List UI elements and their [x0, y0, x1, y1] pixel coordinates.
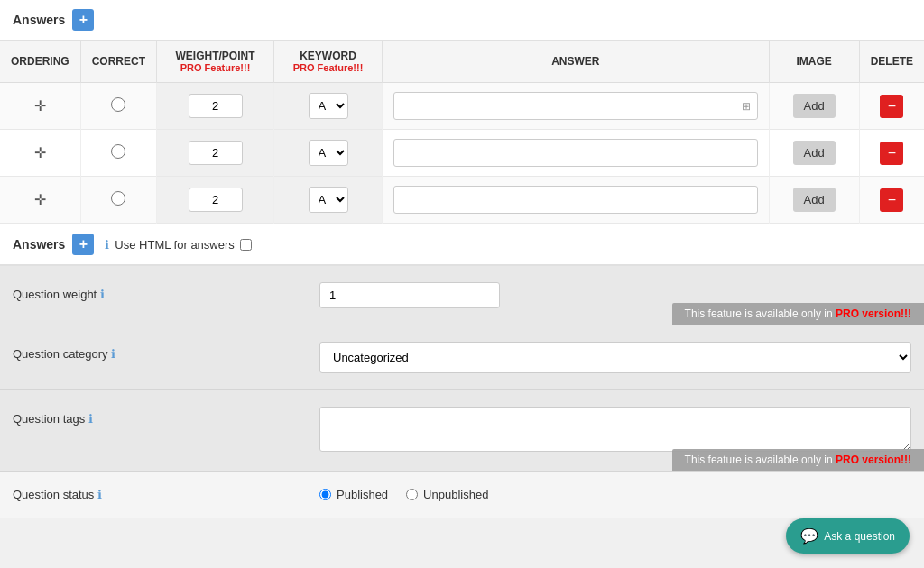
add-answer-button-top[interactable]: + [72, 9, 94, 31]
answer-input-1[interactable] [393, 139, 758, 167]
col-header-answer: ANSWER [383, 41, 770, 83]
question-weight-label: Question weight [13, 288, 97, 301]
question-tags-section: Question tags ℹ This feature is availabl… [0, 390, 924, 472]
use-html-label[interactable]: ℹ Use HTML for answers [105, 238, 251, 252]
question-tags-info-icon: ℹ [88, 412, 93, 426]
status-published-text: Published [337, 488, 388, 501]
weight-input-2[interactable] [189, 188, 243, 212]
col-header-delete: DELETE [859, 41, 924, 83]
answers-title-bottom: Answers [13, 237, 65, 252]
delete-button-2[interactable]: − [880, 188, 903, 212]
question-category-label: Question category [13, 347, 108, 361]
add-image-button-0[interactable]: Add [793, 94, 836, 118]
status-published-radio[interactable] [319, 489, 331, 500]
correct-radio-2[interactable] [111, 191, 125, 206]
delete-button-0[interactable]: − [880, 95, 903, 118]
question-weight-input[interactable] [319, 282, 500, 308]
add-image-button-2[interactable]: Add [793, 188, 836, 212]
col-header-keyword: KEYWORD PRO Feature!!! [274, 41, 383, 83]
question-status-section: Question status ℹ Published Unpublished [0, 472, 924, 518]
question-tags-input[interactable] [319, 407, 911, 452]
col-header-image: IMAGE [769, 41, 859, 83]
use-html-info-icon: ℹ [105, 238, 109, 252]
drag-handle[interactable]: ✛ [34, 145, 46, 160]
answers-title: Answers [13, 13, 65, 27]
status-unpublished-radio[interactable] [406, 489, 418, 500]
keyword-select-0[interactable]: ABC [309, 93, 348, 119]
question-category-section: Question category ℹ Uncategorized [0, 325, 924, 390]
ask-question-button[interactable]: 💬 Ask a question [786, 518, 910, 554]
keyword-select-1[interactable]: ABC [309, 140, 348, 166]
add-answer-button-bottom[interactable]: + [72, 234, 94, 255]
weight-input-0[interactable] [189, 94, 243, 118]
status-published-label[interactable]: Published [319, 488, 388, 501]
col-header-correct: CORRECT [80, 41, 156, 83]
question-status-label: Question status [13, 488, 94, 501]
question-status-info-icon: ℹ [97, 488, 102, 501]
question-category-info-icon: ℹ [111, 347, 116, 361]
keyword-select-2[interactable]: ABC [309, 187, 348, 213]
drag-handle[interactable]: ✛ [34, 98, 46, 114]
editor-icon-0: ⊞ [742, 100, 751, 113]
question-weight-info-icon: ℹ [100, 288, 105, 301]
pro-overlay-weight: This feature is available only in PRO ve… [672, 303, 924, 325]
correct-radio-1[interactable] [111, 144, 125, 159]
use-html-checkbox[interactable] [240, 239, 252, 251]
col-header-weight: WEIGHT/POINT PRO Feature!!! [157, 41, 274, 83]
ask-question-label: Ask a question [824, 530, 895, 543]
correct-radio-0[interactable] [111, 97, 125, 112]
answer-input-0[interactable] [393, 92, 758, 120]
answer-input-2[interactable] [393, 186, 758, 214]
question-tags-label: Question tags [13, 412, 85, 426]
question-category-select[interactable]: Uncategorized [319, 342, 911, 373]
add-image-button-1[interactable]: Add [793, 141, 836, 165]
status-unpublished-label[interactable]: Unpublished [406, 488, 488, 501]
use-html-text: Use HTML for answers [115, 238, 234, 252]
col-header-ordering: ORDERING [0, 41, 80, 83]
chat-icon: 💬 [800, 527, 818, 545]
weight-input-1[interactable] [189, 141, 243, 165]
delete-button-1[interactable]: − [880, 142, 903, 165]
pro-overlay-tags: This feature is available only in PRO ve… [672, 449, 924, 471]
status-unpublished-text: Unpublished [423, 488, 488, 501]
drag-handle[interactable]: ✛ [34, 192, 46, 207]
question-weight-section: Question weight ℹ This feature is availa… [0, 266, 924, 325]
